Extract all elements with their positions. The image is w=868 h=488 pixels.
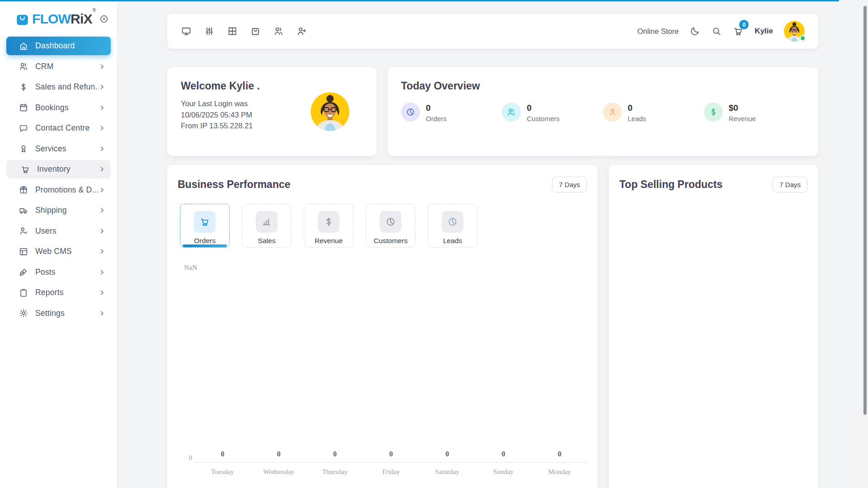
stat-value: $0 [729, 103, 756, 113]
tab-label: Customers [366, 237, 415, 245]
chart-value-labels: 0 0 0 0 0 0 0 [194, 450, 588, 458]
sidebar-item-posts[interactable]: Posts [6, 263, 111, 282]
perf-tab-sales[interactable]: Sales [242, 204, 292, 248]
target-icon[interactable] [99, 14, 109, 24]
sidebar-item-label: Dashboard [35, 41, 105, 51]
main-content: Online Store 0 Kylie [118, 0, 868, 488]
sidebar-item-promotions[interactable]: Promotions & D... [6, 181, 111, 199]
page-scrollbar-thumb[interactable] [863, 6, 867, 415]
sidebar-item-label: Reports [35, 288, 99, 297]
chevron-right-icon [99, 166, 105, 173]
quick-actions [181, 26, 307, 37]
perf-tab-leads[interactable]: Leads [428, 204, 477, 248]
sidebar-item-label: Inventory [37, 164, 99, 174]
sidebar-item-contact-centre[interactable]: Contact Centre [6, 119, 111, 137]
brand-logo[interactable]: FLOWRiX® [0, 0, 117, 37]
gift-icon [18, 184, 29, 195]
business-performance-title: Business Performance [178, 178, 290, 191]
sidebar-item-label: Shipping [35, 206, 99, 215]
sidebar-item-services[interactable]: Services [6, 140, 111, 158]
chart-tick-label: Saturday [419, 468, 475, 476]
today-overview-card: Today Overview 0Orders 0Customers 0Leads… [387, 67, 818, 156]
chart-value: 0 [532, 450, 588, 458]
sidebar-nav: Dashboard CRM Sales and Refun... Booking… [0, 37, 117, 323]
sidebar-item-inventory[interactable]: Inventory [6, 160, 111, 178]
chart-value: 0 [475, 450, 531, 458]
customers-icon[interactable] [273, 26, 284, 37]
sliders-icon[interactable] [204, 26, 215, 37]
stat-orders: 0Orders [401, 103, 502, 122]
stat-revenue: $0Revenue [704, 103, 805, 122]
top-selling-products-card: Top Selling Products 7 Days [609, 165, 818, 488]
chevron-right-icon [99, 187, 105, 193]
chat-icon [18, 123, 29, 134]
cart-button[interactable]: 0 [733, 26, 744, 37]
chevron-right-icon [99, 145, 105, 152]
sidebar-item-crm[interactable]: CRM [6, 57, 111, 76]
gear-icon [18, 308, 29, 319]
range-button[interactable]: 7 Days [552, 177, 587, 192]
user-check-icon [18, 225, 29, 236]
stat-value: 0 [527, 103, 560, 113]
stat-value: 0 [628, 103, 646, 113]
tab-label: Leads [428, 237, 477, 245]
bag-icon[interactable] [250, 26, 261, 37]
stat-leads: 0Leads [603, 103, 704, 122]
welcome-avatar [311, 92, 349, 131]
progress-bar [0, 0, 839, 1]
tab-label: Orders [180, 237, 229, 245]
sidebar-item-web-cms[interactable]: Web CMS [6, 242, 111, 261]
sidebar-item-label: Settings [35, 309, 99, 318]
perf-tab-revenue[interactable]: Revenue [304, 204, 354, 248]
chart-tick-label: Sunday [475, 468, 531, 476]
users-icon [18, 61, 29, 72]
online-store-link[interactable]: Online Store [637, 27, 679, 36]
sidebar-item-dashboard[interactable]: Dashboard [6, 37, 111, 55]
chart-tick-label: Wednesday [250, 468, 307, 476]
chevron-right-icon [99, 248, 105, 255]
sidebar-item-label: Bookings [35, 103, 99, 113]
sidebar-item-users[interactable]: Users [6, 222, 111, 240]
welcome-card: Welcome Kylie . Your Last Login was 10/0… [167, 67, 377, 156]
cart-count-badge: 0 [739, 20, 749, 29]
chart-value: 0 [250, 450, 307, 458]
perf-tab-customers[interactable]: Customers [366, 204, 415, 248]
add-user-icon[interactable] [296, 26, 307, 37]
sidebar-item-label: Sales and Refun... [35, 82, 99, 92]
sidebar: FLOWRiX® Dashboard CRM Sales and Refun..… [0, 0, 118, 488]
sidebar-item-label: Web CMS [35, 247, 99, 256]
online-status-dot [800, 35, 806, 41]
dark-mode-moon-icon[interactable] [689, 26, 700, 37]
dollar-icon [704, 103, 723, 122]
monitor-icon[interactable] [181, 26, 192, 37]
sidebar-item-shipping[interactable]: Shipping [6, 201, 111, 220]
chart-value: 0 [363, 450, 419, 458]
perf-tab-orders[interactable]: Orders [180, 204, 230, 248]
user-avatar[interactable] [784, 21, 805, 42]
dollar-icon [18, 82, 29, 93]
home-icon [18, 41, 29, 52]
topbar-right: Online Store 0 Kylie [637, 21, 805, 42]
chart-tick-label: Tuesday [194, 468, 250, 476]
grid-icon[interactable] [227, 26, 238, 37]
sidebar-item-label: Promotions & D... [35, 185, 99, 195]
sidebar-item-settings[interactable]: Settings [6, 304, 111, 323]
search-icon[interactable] [711, 26, 722, 37]
chevron-right-icon [99, 104, 105, 111]
sidebar-item-bookings[interactable]: Bookings [6, 99, 111, 117]
sidebar-item-label: Contact Centre [35, 123, 99, 133]
pie-chart-icon [401, 103, 420, 122]
person-icon [603, 103, 622, 122]
sidebar-item-label: CRM [35, 62, 99, 71]
sidebar-item-sales-refunds[interactable]: Sales and Refun... [6, 78, 111, 96]
chart-tick-label: Thursday [307, 468, 363, 476]
performance-tabs: Orders Sales Revenue Customers Leads [180, 204, 598, 248]
welcome-title: Welcome Kylie . [181, 80, 363, 92]
layout-icon [18, 246, 29, 257]
medal-icon [18, 143, 29, 154]
range-button[interactable]: 7 Days [773, 177, 807, 192]
brand-name: FLOWRiX® [32, 11, 95, 27]
sidebar-item-label: Posts [35, 267, 99, 277]
sidebar-item-reports[interactable]: Reports [6, 283, 111, 302]
page-scrollbar-track[interactable] [862, 1, 868, 488]
